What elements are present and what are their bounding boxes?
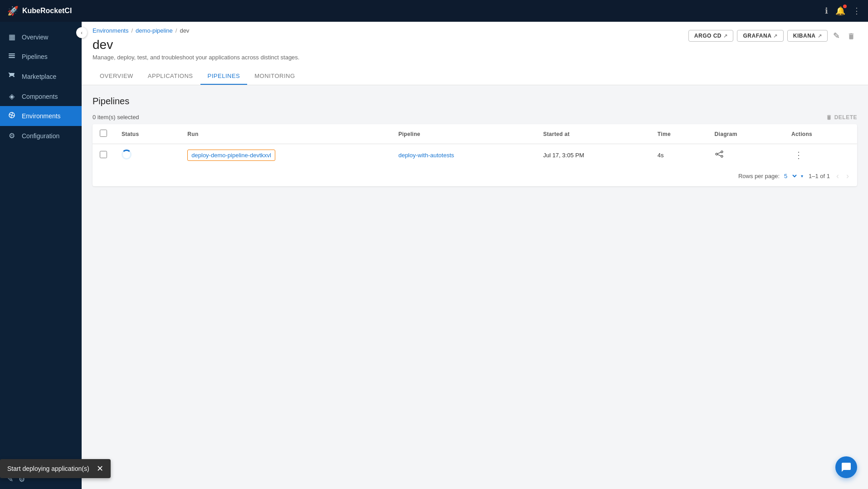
svg-point-6: [721, 150, 722, 152]
svg-rect-3: [9, 73, 10, 73]
argo-cd-label: ARGO CD: [694, 33, 722, 39]
sidebar-item-pipelines[interactable]: Pipelines: [0, 47, 82, 67]
delete-page-button[interactable]: [845, 29, 857, 43]
svg-rect-1: [9, 55, 15, 56]
run-link[interactable]: deploy-demo-pipeline-devtkxvl: [187, 150, 275, 161]
col-run: Run: [180, 124, 391, 144]
kibana-label: KIBANA: [793, 33, 816, 39]
col-time: Time: [650, 124, 707, 144]
notification-dot: [843, 5, 847, 8]
delete-label: DELETE: [834, 114, 857, 121]
sidebar-item-label: Components: [22, 93, 58, 100]
row-status-cell: [114, 144, 180, 166]
sidebar-collapse-button[interactable]: ‹: [76, 27, 87, 38]
main-content: Environments / demo-pipeline / dev dev M…: [82, 22, 868, 489]
layout: ‹ ▦ Overview Pipelines: [0, 22, 868, 489]
next-page-button[interactable]: ›: [845, 170, 850, 182]
col-status: Status: [114, 124, 180, 144]
edit-page-button[interactable]: ✎: [831, 29, 842, 43]
svg-point-5: [716, 153, 717, 155]
tab-overview[interactable]: OVERVIEW: [93, 68, 141, 85]
rows-per-page: Rows per page: 5 10 25 ▾: [738, 172, 803, 180]
pipelines-table-wrap: Status Run Pipeline Started at Time Diag…: [93, 124, 857, 186]
diagram-icon[interactable]: [715, 151, 724, 160]
row-pipeline-cell: deploy-with-autotests: [391, 144, 536, 166]
svg-rect-2: [9, 57, 15, 58]
brand: 🚀 KubeRocketCI: [7, 5, 825, 16]
breadcrumb-current: dev: [180, 27, 189, 34]
external-link-icon: ↗: [818, 33, 822, 39]
page-title: dev: [93, 38, 299, 52]
snackbar-message: Start deploying application(s): [7, 465, 89, 472]
grafana-label: GRAFANA: [743, 33, 771, 39]
pipeline-link[interactable]: deploy-with-autotests: [398, 152, 454, 159]
sidebar-item-components[interactable]: ◈ Components: [0, 87, 82, 106]
tabs: OVERVIEW APPLICATIONS PIPELINES MONITORI…: [93, 68, 857, 85]
breadcrumb-sep-1: /: [131, 27, 133, 34]
dropdown-icon: ▾: [801, 174, 803, 179]
sidebar-item-configuration[interactable]: ⚙ Configuration: [0, 126, 82, 145]
pipelines-icon: [7, 52, 16, 61]
sidebar: ‹ ▦ Overview Pipelines: [0, 22, 82, 489]
info-button[interactable]: ℹ: [825, 6, 828, 16]
col-actions: Actions: [784, 124, 857, 144]
sidebar-item-label: Environments: [22, 112, 61, 120]
sidebar-item-label: Pipelines: [22, 53, 48, 60]
marketplace-icon: [7, 72, 16, 81]
topbar: Environments / demo-pipeline / dev dev M…: [82, 22, 868, 85]
snackbar: Start deploying application(s) ✕: [0, 459, 111, 478]
kibana-button[interactable]: KIBANA ↗: [787, 30, 828, 42]
tab-monitoring[interactable]: MONITORING: [247, 68, 302, 85]
row-checkbox[interactable]: [100, 151, 107, 158]
pipelines-table: Status Run Pipeline Started at Time Diag…: [93, 124, 857, 166]
col-pipeline: Pipeline: [391, 124, 536, 144]
col-checkbox: [93, 124, 114, 144]
tab-applications[interactable]: APPLICATIONS: [141, 68, 200, 85]
breadcrumb-environments[interactable]: Environments: [93, 27, 128, 34]
sidebar-item-label: Configuration: [22, 132, 59, 140]
tab-pipelines[interactable]: PIPELINES: [200, 68, 248, 85]
select-all-checkbox[interactable]: [100, 130, 107, 137]
topbar-buttons: ARGO CD ↗ GRAFANA ↗ KIBANA ↗ ✎: [688, 27, 857, 43]
table-toolbar: 0 item(s) selected DELETE: [93, 114, 857, 121]
breadcrumb-sep-2: /: [176, 27, 177, 34]
sidebar-item-overview[interactable]: ▦ Overview: [0, 27, 82, 47]
row-started-at-cell: Jul 17, 3:05 PM: [536, 144, 650, 166]
breadcrumb: Environments / demo-pipeline / dev: [93, 27, 299, 34]
grafana-button[interactable]: GRAFANA ↗: [737, 30, 783, 42]
notification-button[interactable]: 🔔: [835, 6, 845, 16]
row-actions-button[interactable]: ⋮: [791, 149, 806, 161]
brand-title: KubeRocketCI: [22, 7, 72, 15]
brand-icon: 🚀: [7, 5, 19, 16]
table-row: deploy-demo-pipeline-devtkxvl deploy-wit…: [93, 144, 857, 166]
svg-line-9: [717, 154, 721, 155]
navbar-actions: ℹ 🔔 ⋮: [825, 6, 861, 16]
external-link-icon: ↗: [773, 33, 778, 39]
navbar: 🚀 KubeRocketCI ℹ 🔔 ⋮: [0, 0, 868, 22]
content-area: Pipelines 0 item(s) selected DELETE: [82, 85, 868, 489]
svg-line-8: [717, 152, 721, 153]
sidebar-item-marketplace[interactable]: Marketplace: [0, 67, 82, 87]
sidebar-item-label: Overview: [22, 34, 48, 41]
argo-cd-button[interactable]: ARGO CD ↗: [688, 30, 734, 42]
row-diagram-cell: [707, 144, 784, 166]
menu-button[interactable]: ⋮: [853, 6, 861, 16]
row-run-cell: deploy-demo-pipeline-devtkxvl: [180, 144, 391, 166]
sidebar-item-environments[interactable]: Environments: [0, 106, 82, 126]
prev-page-button[interactable]: ‹: [835, 170, 840, 182]
delete-button[interactable]: DELETE: [826, 114, 857, 121]
pipelines-section-title: Pipelines: [93, 96, 857, 107]
row-time-cell: 4s: [650, 144, 707, 166]
status-spinner: [122, 150, 132, 160]
col-diagram: Diagram: [707, 124, 784, 144]
row-checkbox-cell: [93, 144, 114, 166]
environments-icon: [7, 111, 16, 121]
sidebar-item-label: Marketplace: [22, 73, 56, 80]
breadcrumb-demo-pipeline[interactable]: demo-pipeline: [136, 27, 173, 34]
col-started-at: Started at: [536, 124, 650, 144]
chat-fab-button[interactable]: [835, 456, 857, 478]
rows-per-page-select[interactable]: 5 10 25: [782, 172, 798, 180]
components-icon: ◈: [7, 92, 16, 101]
snackbar-close-button[interactable]: ✕: [97, 465, 103, 473]
topbar-title-row: Environments / demo-pipeline / dev dev M…: [93, 27, 857, 66]
